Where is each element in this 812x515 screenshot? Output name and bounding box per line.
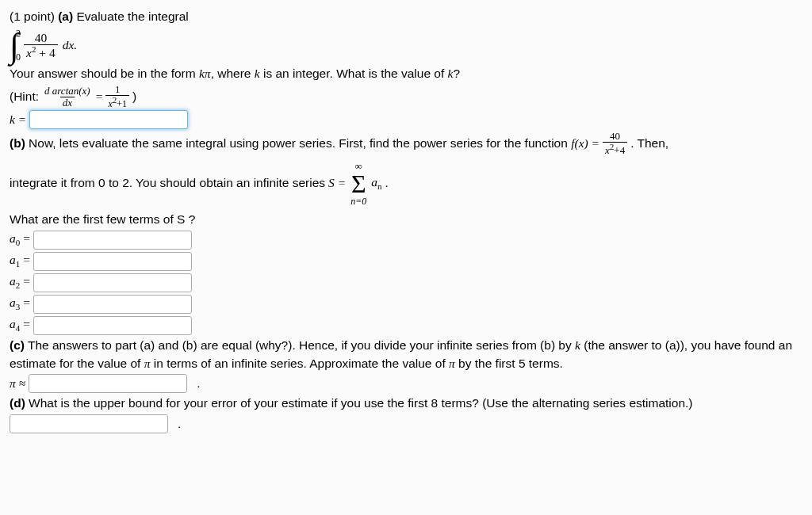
part-c-label: (c) [10,338,25,352]
a0-input[interactable] [33,231,192,250]
part-a-text: Evaluate the integral [76,10,188,23]
pi-input[interactable] [29,374,187,393]
a0-row: a0 = [10,230,802,250]
hint-lhs: d arctan(x) dx [42,86,93,108]
part-b-label: (b) [10,136,25,150]
dx-text: dx. [63,36,78,54]
pi-input-row: π ≈ . [10,374,802,393]
points-label: (1 point) [10,10,55,23]
a2-input[interactable] [33,273,192,292]
answer-form-line: Your answer should be in the form kπ, wh… [10,65,802,82]
integral-sign: ∫ [10,30,19,62]
part-a-label: (a) [58,10,73,23]
part-b-line1: (b) Now, lets evaluate the same integral… [10,131,802,156]
part-d-label: (d) [10,396,25,410]
a3-input[interactable] [33,295,192,314]
part-a-header: (1 point) (a) Evaluate the integral [10,8,802,25]
fx-fraction: 40 x2+4 [603,131,627,156]
part-b-line2: integrate it from 0 to 2. You should obt… [10,161,802,206]
error-input-row: . [10,414,802,433]
a3-row: a3 = [10,294,802,314]
pi-prompt: π ≈ [10,375,25,392]
hint-rhs: 1 x2+1 [105,85,129,109]
sigma-sum: ∞ Σ n=0 [350,161,366,206]
integral-display: ∫ 2 0 40 x2 + 4 dx. [10,29,77,62]
hint-line: (Hint: d arctan(x) dx = 1 x2+1 ) [10,85,802,109]
a4-input[interactable] [33,316,192,335]
a2-row: a2 = [10,273,802,292]
a4-row: a4 = [10,315,802,335]
error-bound-input[interactable] [10,414,168,433]
part-c-text: (c) The answers to part (a) and (b) are … [10,337,802,372]
integrand-fraction: 40 x2 + 4 [24,32,58,60]
part-b-question: What are the first few terms of S ? [10,211,802,228]
k-input[interactable] [29,110,188,129]
a1-input[interactable] [33,252,192,271]
a1-row: a1 = [10,251,802,271]
k-input-row: k = [10,110,802,129]
part-d-text: (d) What is the upper bound for your err… [10,395,802,412]
k-prompt: k = [10,111,26,128]
